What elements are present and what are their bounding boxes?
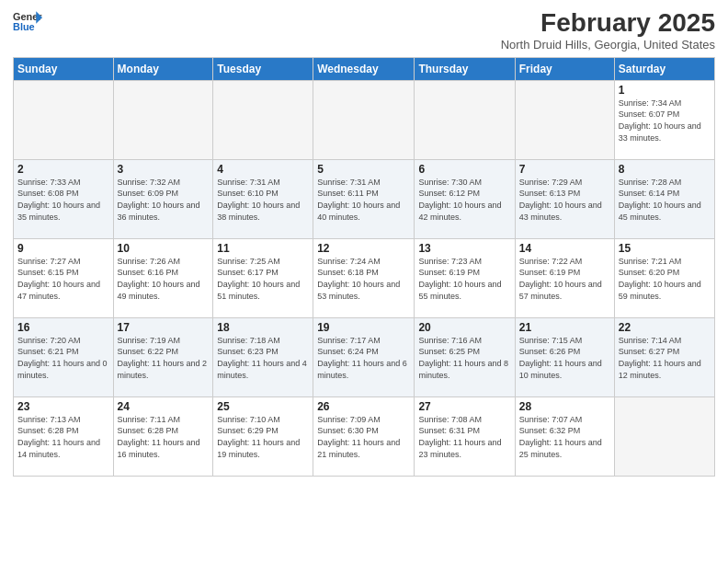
page: General Blue February 2025 North Druid H…: [0, 0, 728, 563]
table-row: 12Sunrise: 7:24 AMSunset: 6:18 PMDayligh…: [313, 238, 415, 317]
calendar-week-row: 1Sunrise: 7:34 AMSunset: 6:07 PMDaylight…: [14, 80, 715, 159]
day-info: Sunrise: 7:21 AMSunset: 6:20 PMDaylight:…: [619, 256, 711, 302]
day-number: 9: [17, 242, 109, 255]
table-row: 8Sunrise: 7:28 AMSunset: 6:14 PMDaylight…: [614, 159, 714, 238]
table-row: 17Sunrise: 7:19 AMSunset: 6:22 PMDayligh…: [113, 317, 213, 396]
svg-text:Blue: Blue: [13, 21, 35, 32]
day-number: 17: [118, 321, 210, 334]
table-row: 20Sunrise: 7:16 AMSunset: 6:25 PMDayligh…: [415, 317, 515, 396]
day-number: 8: [619, 163, 711, 176]
month-title: February 2025: [501, 9, 715, 38]
day-info: Sunrise: 7:09 AMSunset: 6:30 PMDaylight:…: [317, 414, 410, 460]
table-row: 15Sunrise: 7:21 AMSunset: 6:20 PMDayligh…: [614, 238, 714, 317]
table-row: 7Sunrise: 7:29 AMSunset: 6:13 PMDaylight…: [515, 159, 614, 238]
table-row: [313, 80, 415, 159]
table-row: 1Sunrise: 7:34 AMSunset: 6:07 PMDaylight…: [614, 80, 714, 159]
day-number: 22: [619, 321, 711, 334]
table-row: 27Sunrise: 7:08 AMSunset: 6:31 PMDayligh…: [415, 396, 515, 476]
day-number: 19: [317, 321, 410, 334]
day-info: Sunrise: 7:18 AMSunset: 6:23 PMDaylight:…: [217, 335, 309, 381]
day-info: Sunrise: 7:25 AMSunset: 6:17 PMDaylight:…: [217, 256, 309, 302]
day-info: Sunrise: 7:22 AMSunset: 6:19 PMDaylight:…: [519, 256, 610, 302]
day-number: 1: [619, 84, 711, 97]
day-info: Sunrise: 7:14 AMSunset: 6:27 PMDaylight:…: [619, 335, 711, 381]
header-thursday: Thursday: [415, 57, 515, 80]
table-row: 4Sunrise: 7:31 AMSunset: 6:10 PMDaylight…: [213, 159, 313, 238]
day-number: 6: [418, 163, 510, 176]
day-number: 21: [519, 321, 610, 334]
day-number: 10: [118, 242, 210, 255]
day-number: 20: [418, 321, 510, 334]
calendar-week-row: 16Sunrise: 7:20 AMSunset: 6:21 PMDayligh…: [14, 317, 715, 396]
day-info: Sunrise: 7:34 AMSunset: 6:07 PMDaylight:…: [619, 98, 711, 144]
logo: General Blue: [13, 9, 42, 35]
day-info: Sunrise: 7:19 AMSunset: 6:22 PMDaylight:…: [118, 335, 210, 381]
table-row: 10Sunrise: 7:26 AMSunset: 6:16 PMDayligh…: [113, 238, 213, 317]
table-row: 5Sunrise: 7:31 AMSunset: 6:11 PMDaylight…: [313, 159, 415, 238]
day-number: 4: [217, 163, 309, 176]
day-info: Sunrise: 7:23 AMSunset: 6:19 PMDaylight:…: [418, 256, 510, 302]
day-info: Sunrise: 7:31 AMSunset: 6:10 PMDaylight:…: [217, 177, 309, 223]
day-info: Sunrise: 7:29 AMSunset: 6:13 PMDaylight:…: [519, 177, 610, 223]
day-info: Sunrise: 7:07 AMSunset: 6:32 PMDaylight:…: [519, 414, 610, 460]
table-row: 18Sunrise: 7:18 AMSunset: 6:23 PMDayligh…: [213, 317, 313, 396]
day-number: 12: [317, 242, 410, 255]
day-number: 13: [418, 242, 510, 255]
day-number: 14: [519, 242, 610, 255]
calendar: Sunday Monday Tuesday Wednesday Thursday…: [13, 57, 715, 477]
table-row: 23Sunrise: 7:13 AMSunset: 6:28 PMDayligh…: [14, 396, 114, 476]
day-info: Sunrise: 7:17 AMSunset: 6:24 PMDaylight:…: [317, 335, 410, 381]
day-info: Sunrise: 7:32 AMSunset: 6:09 PMDaylight:…: [118, 177, 210, 223]
calendar-week-row: 2Sunrise: 7:33 AMSunset: 6:08 PMDaylight…: [14, 159, 715, 238]
day-info: Sunrise: 7:16 AMSunset: 6:25 PMDaylight:…: [418, 335, 510, 381]
day-number: 25: [217, 400, 309, 413]
day-number: 16: [17, 321, 109, 334]
header-saturday: Saturday: [614, 57, 714, 80]
table-row: [415, 80, 515, 159]
header-sunday: Sunday: [14, 57, 114, 80]
calendar-week-row: 9Sunrise: 7:27 AMSunset: 6:15 PMDaylight…: [14, 238, 715, 317]
calendar-week-row: 23Sunrise: 7:13 AMSunset: 6:28 PMDayligh…: [14, 396, 715, 476]
table-row: 19Sunrise: 7:17 AMSunset: 6:24 PMDayligh…: [313, 317, 415, 396]
table-row: 21Sunrise: 7:15 AMSunset: 6:26 PMDayligh…: [515, 317, 614, 396]
table-row: [213, 80, 313, 159]
day-number: 18: [217, 321, 309, 334]
table-row: 16Sunrise: 7:20 AMSunset: 6:21 PMDayligh…: [14, 317, 114, 396]
table-row: [614, 396, 714, 476]
header: General Blue February 2025 North Druid H…: [13, 9, 715, 52]
logo-icon: General Blue: [13, 9, 42, 35]
table-row: 28Sunrise: 7:07 AMSunset: 6:32 PMDayligh…: [515, 396, 614, 476]
day-number: 11: [217, 242, 309, 255]
day-number: 23: [17, 400, 109, 413]
header-friday: Friday: [515, 57, 614, 80]
day-info: Sunrise: 7:27 AMSunset: 6:15 PMDaylight:…: [17, 256, 109, 302]
day-info: Sunrise: 7:31 AMSunset: 6:11 PMDaylight:…: [317, 177, 410, 223]
day-number: 28: [519, 400, 610, 413]
header-monday: Monday: [113, 57, 213, 80]
header-tuesday: Tuesday: [213, 57, 313, 80]
day-info: Sunrise: 7:26 AMSunset: 6:16 PMDaylight:…: [118, 256, 210, 302]
day-number: 26: [317, 400, 410, 413]
table-row: 2Sunrise: 7:33 AMSunset: 6:08 PMDaylight…: [14, 159, 114, 238]
day-number: 5: [317, 163, 410, 176]
table-row: 22Sunrise: 7:14 AMSunset: 6:27 PMDayligh…: [614, 317, 714, 396]
day-number: 27: [418, 400, 510, 413]
day-info: Sunrise: 7:24 AMSunset: 6:18 PMDaylight:…: [317, 256, 410, 302]
day-info: Sunrise: 7:28 AMSunset: 6:14 PMDaylight:…: [619, 177, 711, 223]
header-wednesday: Wednesday: [313, 57, 415, 80]
table-row: [14, 80, 114, 159]
table-row: 9Sunrise: 7:27 AMSunset: 6:15 PMDaylight…: [14, 238, 114, 317]
table-row: 3Sunrise: 7:32 AMSunset: 6:09 PMDaylight…: [113, 159, 213, 238]
table-row: 24Sunrise: 7:11 AMSunset: 6:28 PMDayligh…: [113, 396, 213, 476]
table-row: 25Sunrise: 7:10 AMSunset: 6:29 PMDayligh…: [213, 396, 313, 476]
day-number: 15: [619, 242, 711, 255]
day-info: Sunrise: 7:10 AMSunset: 6:29 PMDaylight:…: [217, 414, 309, 460]
table-row: [113, 80, 213, 159]
day-number: 3: [118, 163, 210, 176]
day-info: Sunrise: 7:11 AMSunset: 6:28 PMDaylight:…: [118, 414, 210, 460]
day-info: Sunrise: 7:20 AMSunset: 6:21 PMDaylight:…: [17, 335, 109, 381]
table-row: 26Sunrise: 7:09 AMSunset: 6:30 PMDayligh…: [313, 396, 415, 476]
day-number: 7: [519, 163, 610, 176]
day-info: Sunrise: 7:08 AMSunset: 6:31 PMDaylight:…: [418, 414, 510, 460]
table-row: [515, 80, 614, 159]
